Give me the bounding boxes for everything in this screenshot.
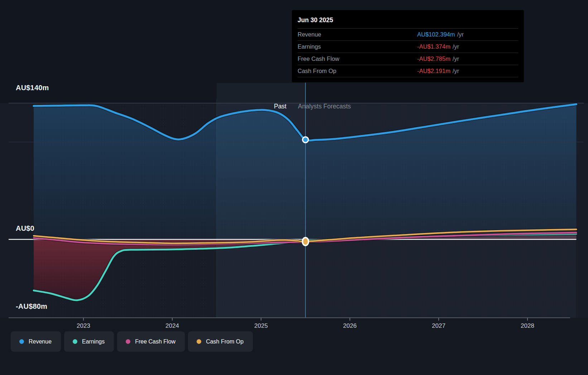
tooltip-row-label: Earnings <box>298 43 321 50</box>
x-axis-year-label: 2025 <box>247 322 275 330</box>
x-axis-year-label: 2027 <box>424 322 453 330</box>
tooltip-row-value: -AU$2.785m <box>417 55 450 62</box>
legend-label: Revenue <box>29 339 52 345</box>
hover-tooltip: Jun 30 2025 RevenueAU$102.394m/yrEarning… <box>292 10 524 82</box>
tooltip-row-unit: /yr <box>453 55 459 62</box>
tooltip-row: RevenueAU$102.394m/yr <box>298 29 518 41</box>
legend-item-earnings[interactable]: Earnings <box>64 331 114 352</box>
tooltip-row: Cash From Op-AU$2.191m/yr <box>298 65 518 77</box>
x-axis-year-label: 2023 <box>69 322 98 330</box>
tooltip-row-value: AU$102.394m <box>417 31 455 38</box>
tooltip-row: Earnings-AU$1.374m/yr <box>298 41 518 53</box>
tooltip-row-unit: /yr <box>453 68 459 74</box>
legend-label: Free Cash Flow <box>135 339 175 345</box>
legend-label: Cash From Op <box>206 339 244 345</box>
y-axis-label-140m: AU$140m <box>16 84 49 92</box>
legend-color-dot <box>197 339 201 344</box>
analysts-forecasts-label: Analysts Forecasts <box>298 103 351 110</box>
legend-color-dot <box>73 339 77 344</box>
tooltip-row-label: Cash From Op <box>298 68 336 74</box>
x-axis-year-label: 2024 <box>158 322 187 330</box>
past-label: Past <box>0 103 286 110</box>
tooltip-row-label: Free Cash Flow <box>298 55 339 62</box>
y-axis-label-neg80m: -AU$80m <box>16 302 47 311</box>
legend-item-revenue[interactable]: Revenue <box>11 331 61 352</box>
tooltip-row-label: Revenue <box>298 31 321 38</box>
legend-item-free-cash-flow[interactable]: Free Cash Flow <box>117 331 185 352</box>
tooltip-row-value: -AU$1.374m <box>417 43 450 50</box>
legend-label: Earnings <box>82 339 105 345</box>
tooltip-row-unit: /yr <box>457 31 464 38</box>
tooltip-date: Jun 30 2025 <box>298 10 518 29</box>
legend-color-dot <box>126 339 130 344</box>
legend-item-cash-from-op[interactable]: Cash From Op <box>188 331 253 352</box>
tooltip-row-value: -AU$2.191m <box>417 68 450 74</box>
x-axis-year-label: 2026 <box>336 322 364 330</box>
chart-legend: RevenueEarningsFree Cash FlowCash From O… <box>11 331 253 352</box>
y-axis-label-0: AU$0 <box>16 224 34 233</box>
legend-color-dot <box>19 339 24 344</box>
stock-forecast-chart: AU$140m AU$0 -AU$80m Past Analysts Forec… <box>0 0 588 375</box>
x-axis-year-label: 2028 <box>513 322 542 330</box>
tooltip-row-unit: /yr <box>453 43 459 50</box>
tooltip-row: Free Cash Flow-AU$2.785m/yr <box>298 53 518 65</box>
